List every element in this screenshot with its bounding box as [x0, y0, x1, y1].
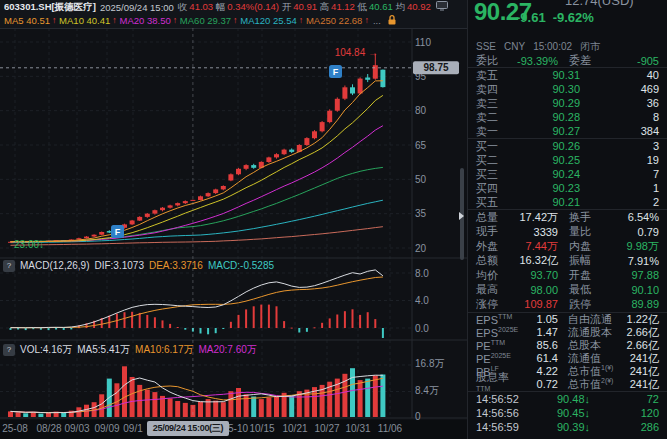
price-header: 90.27 12.74(USD) -9.61-9.62%	[468, 0, 667, 40]
ma-legend-item: MA250 22.68↑	[306, 15, 369, 26]
help-icon[interactable]: ?	[3, 344, 15, 356]
ma-legend-item: MA60 29.37↑	[180, 15, 238, 26]
svg-text:20: 20	[415, 243, 427, 254]
ma-legend-item: MA120 25.54↑	[240, 15, 303, 26]
fundamental-stats: EPSTTM1.05自由流通1.22亿EPS2025E1.47流通股本2.66亿…	[468, 313, 667, 392]
vol-ma20-value: MA20:7.60万	[198, 343, 256, 357]
quote-field: 收41.03	[178, 1, 213, 13]
quote-stats: 总量17.42万换手6.54%现手3339量比0.79外盘7.44万内盘9.98…	[468, 210, 667, 313]
macd-title: MACD(12,26,9)	[20, 260, 89, 271]
order-imbalance-row: 委比 -93.39% 委差 -905	[468, 54, 667, 68]
svg-text:65: 65	[415, 140, 427, 151]
stat-row: 最高98.00最低90.10	[468, 283, 667, 298]
quote-fields: 收41.03 幅0.34%(0.14) 开40.91 高41.12 低40.61…	[178, 1, 431, 13]
bid-row[interactable]: 买一90.263	[468, 139, 667, 153]
time-axis-label: 10/15	[249, 423, 274, 434]
svg-text:F: F	[115, 227, 121, 237]
macd-dif-value: DIF:3.1073	[94, 260, 143, 271]
macd-dea-value: DEA:3.3716	[149, 260, 203, 271]
quote-datetime: 2025/09/24 15:00	[100, 2, 174, 13]
svg-text:80: 80	[415, 105, 427, 116]
ask-row[interactable]: 卖四90.30469	[468, 82, 667, 96]
price-change: -9.61-9.62%	[516, 10, 594, 25]
bid-levels: 买一90.263买二90.2519买三90.247买四90.231买五90.21…	[468, 139, 667, 210]
collapse-panel-arrow-icon[interactable]	[459, 212, 464, 220]
svg-text:110: 110	[415, 37, 431, 48]
quote-field: 开40.91	[282, 1, 317, 13]
time-axis-label: 11/06	[378, 423, 402, 434]
ask-row[interactable]: 卖二90.288	[468, 110, 667, 124]
stat-row: 均价93.70开盘97.88	[468, 268, 667, 283]
svg-text:4.0: 4.0	[415, 295, 429, 306]
time-axis-label: 25-08	[2, 423, 28, 434]
market-status-bar: SSECNY 15:00:02闭市	[468, 40, 667, 54]
ma-legend-item: MA5 40.51↑	[4, 15, 56, 26]
quote-field: 幅0.34%(0.14)	[216, 1, 279, 13]
vol-value: VOL:4.16万	[20, 343, 72, 357]
crosshair-date-label: 25/09/24 15:00(三)	[147, 421, 229, 436]
monitor-icon[interactable]	[436, 1, 448, 13]
help-icon[interactable]: ?	[3, 260, 15, 272]
svg-text:8.4万: 8.4万	[415, 385, 439, 396]
time-axis-label: 09/03	[64, 423, 89, 434]
svg-text:50: 50	[415, 174, 427, 185]
stat-row: 现手3339量比0.79	[468, 225, 667, 240]
ask-row[interactable]: 卖一90.27384	[468, 124, 667, 138]
ma-legend-item: MA10 40.41↑	[59, 15, 117, 26]
quote-field: 均40.92	[395, 1, 430, 13]
stat-row: 涨停109.87跌停89.89	[468, 297, 667, 312]
stat-row: 总额16.32亿振幅7.91%	[468, 254, 667, 269]
time-axis-label: 5-10	[228, 423, 248, 434]
svg-text:35: 35	[415, 208, 427, 219]
stock-trading-app: 603301.SH[振德医疗] 2025/09/24 15:00 收41.03 …	[0, 0, 667, 439]
macd-hist-value: MACD:-0.5285	[208, 260, 274, 271]
svg-text:F: F	[333, 67, 339, 77]
symbol-title[interactable]: 603301.SH[振德医疗]	[4, 1, 96, 13]
bid-row[interactable]: 买五90.212	[468, 195, 667, 209]
ask-row[interactable]: 卖三90.2936	[468, 96, 667, 110]
svg-text:16.8万: 16.8万	[415, 358, 444, 369]
bid-row[interactable]: 买四90.231	[468, 181, 667, 195]
quote-field: 高41.12	[320, 1, 355, 13]
crosshair-price-label: 98.75	[423, 62, 448, 73]
quote-info-bar: 603301.SH[振德医疗] 2025/09/24 15:00 收41.03 …	[0, 0, 467, 28]
ma-legend: MA5 40.51↑ MA10 40.41↑ MA20 38.50↑ MA60 …	[4, 15, 369, 26]
vol-ma5-value: MA5:5.41万	[77, 343, 130, 357]
vol-ma10-value: MA10:6.17万	[135, 343, 193, 357]
bid-row[interactable]: 买二90.2519	[468, 153, 667, 167]
time-axis-label: 10/27	[314, 423, 339, 434]
event-flag-badge[interactable]: F	[329, 65, 342, 78]
kline-chart[interactable]: 1109580655035208.04.00.016.8万8.4万098.752…	[0, 28, 467, 420]
event-flag-badge[interactable]: F	[111, 225, 124, 238]
time-axis: 25/09/24 15:00(三) 25-0808/2809/0309/0909…	[0, 420, 467, 439]
fundamental-row: 股息率TTM0.72总市值2(¥)241亿	[468, 378, 667, 391]
usd-price: 12.74(USD)	[565, 0, 634, 8]
quote-field: 低40.61	[358, 1, 393, 13]
svg-text:0.0: 0.0	[415, 323, 429, 334]
tick-row: 14:56:5990.39↓286	[468, 420, 667, 434]
stat-row: 外盘7.44万内盘9.98万	[468, 239, 667, 254]
tick-row: 14:56:5290.48↓72	[468, 392, 667, 406]
tick-row: 14:56:5690.45↓120	[468, 406, 667, 420]
time-and-sales: 14:56:5290.48↓7214:56:5690.45↓12014:56:5…	[468, 392, 667, 434]
svg-text:8.0: 8.0	[415, 268, 429, 279]
ma-legend-item: MA20 38.50↑	[119, 15, 177, 26]
time-axis-label: 09/09	[94, 423, 119, 434]
lock-icon[interactable]	[387, 14, 397, 26]
chart-panel: 603301.SH[振德医疗] 2025/09/24 15:00 收41.03 …	[0, 0, 467, 439]
bid-row[interactable]: 买三90.247	[468, 167, 667, 181]
time-axis-label: 09/1	[123, 423, 142, 434]
svg-text:0: 0	[415, 411, 421, 420]
ask-levels: 卖五90.3140卖四90.30469卖三90.2936卖二90.288卖一90…	[468, 68, 667, 139]
high-price-annotation: 104.84 →	[335, 47, 378, 58]
stat-row: 总量17.42万换手6.54%	[468, 210, 667, 225]
volume-header: ? VOL:4.16万 MA5:5.41万 MA10:6.17万 MA20:7.…	[3, 343, 257, 356]
low-price-annotation: 23.00↓	[14, 239, 44, 250]
macd-header: ? MACD(12,26,9) DIF:3.1073 DEA:3.3716 MA…	[3, 259, 274, 272]
quote-detail-panel: 90.27 12.74(USD) -9.61-9.62% SSECNY 15:0…	[467, 0, 667, 439]
time-axis-label: 10/31	[345, 423, 370, 434]
time-axis-label: 10/21	[282, 423, 307, 434]
more-indicators[interactable]: ...	[373, 15, 381, 26]
ask-row[interactable]: 卖五90.3140	[468, 68, 667, 82]
time-axis-label: 08/28	[36, 423, 61, 434]
